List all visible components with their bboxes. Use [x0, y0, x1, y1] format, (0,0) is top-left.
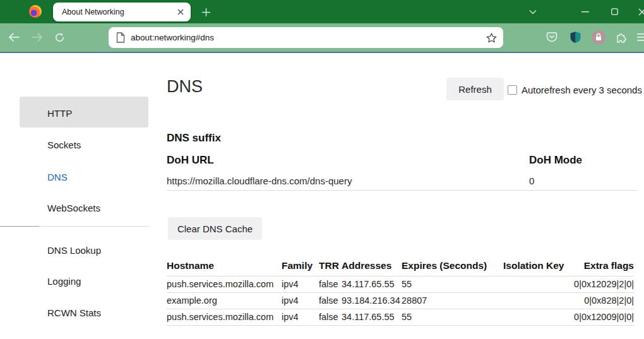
bookmark-star-icon[interactable]: [486, 33, 497, 43]
sidebar-item-http[interactable]: HTTP: [47, 108, 72, 119]
navigation-toolbar: about:networking#dns: [0, 23, 644, 53]
doh-mode-label: DoH Mode: [529, 154, 582, 167]
table-row: push.services.mozilla.com ipv4 false 34.…: [167, 276, 634, 292]
cell-expires: 55: [402, 309, 503, 325]
url-bar[interactable]: about:networking#dns: [109, 27, 503, 48]
doh-url-label: DoH URL: [167, 154, 214, 167]
sidebar-item-sockets[interactable]: Sockets: [47, 140, 81, 151]
cell-family: ipv4: [282, 276, 319, 292]
tab-close-icon[interactable]: [174, 6, 187, 18]
sidebar-item-dns[interactable]: DNS: [47, 172, 68, 183]
autorefresh-checkbox[interactable]: [508, 85, 517, 95]
cell-expires: 28807: [402, 292, 503, 309]
pocket-icon[interactable]: [543, 28, 561, 46]
cell-hostname: example.org: [167, 292, 282, 309]
cell-hostname: push.services.mozilla.com: [167, 309, 282, 325]
tab-bar: About Networking: [0, 0, 644, 23]
list-all-tabs-chevron-icon[interactable]: [525, 4, 540, 20]
doh-row-divider: [167, 190, 638, 191]
cell-isolation: [503, 276, 574, 292]
sidebar-divider: [0, 226, 149, 227]
doh-url-value: https://mozilla.cloudflare-dns.com/dns-q…: [167, 175, 352, 186]
cell-trr: false: [319, 292, 342, 309]
sidebar-selection-highlight: [20, 97, 148, 128]
refresh-button[interactable]: Refresh: [446, 78, 504, 100]
dns-suffix-heading: DNS suffix: [167, 132, 221, 145]
cell-family: ipv4: [282, 309, 319, 325]
table-header-row: Hostname Family TRR Addresses Expires (S…: [167, 256, 634, 276]
doh-mode-value: 0: [529, 175, 534, 186]
cell-addresses: 34.117.65.55: [342, 276, 402, 292]
firefox-logo-icon[interactable]: [29, 5, 42, 18]
cell-trr: false: [319, 309, 342, 325]
tab-title: About Networking: [62, 8, 174, 16]
lock-badge-icon[interactable]: [590, 28, 607, 46]
col-family: Family: [282, 256, 319, 276]
new-tab-button[interactable]: [198, 4, 213, 20]
cell-family: ipv4: [282, 292, 319, 309]
cell-extra-flags: 0|0x12009|0|0|: [574, 309, 634, 325]
col-extra-flags: Extra flags: [574, 256, 634, 276]
table-row: example.org ipv4 false 93.184.216.34 288…: [167, 292, 634, 309]
window-close-button[interactable]: [628, 0, 644, 23]
shield-extension-icon[interactable]: [566, 28, 584, 46]
cell-extra-flags: 0|0x12029|2|0|: [574, 276, 634, 292]
col-addresses: Addresses: [342, 256, 402, 276]
autorefresh-label[interactable]: Autorefresh every 3 seconds: [522, 85, 642, 95]
cell-addresses: 93.184.216.34: [342, 292, 402, 309]
col-expires: Expires (Seconds): [402, 256, 503, 276]
tab-about-networking[interactable]: About Networking: [53, 3, 191, 21]
col-hostname: Hostname: [167, 256, 282, 276]
page-document-icon: [116, 32, 125, 43]
cell-extra-flags: 0|0x828|2|0|: [574, 292, 634, 309]
clear-dns-cache-button[interactable]: Clear DNS Cache: [168, 217, 262, 240]
cell-addresses: 34.117.65.55: [342, 309, 402, 325]
about-networking-page: HTTP Sockets DNS WebSockets DNS Lookup L…: [0, 54, 644, 339]
reload-button[interactable]: [50, 28, 69, 47]
forward-button[interactable]: [28, 28, 47, 47]
table-row: push.services.mozilla.com ipv4 false 34.…: [167, 309, 634, 325]
dns-cache-table: Hostname Family TRR Addresses Expires (S…: [167, 256, 634, 326]
url-text[interactable]: about:networking#dns: [131, 33, 480, 42]
hamburger-menu-icon[interactable]: [633, 28, 644, 46]
col-isolation-key: Isolation Key: [503, 256, 574, 276]
extensions-puzzle-icon[interactable]: [612, 28, 630, 46]
sidebar-item-logging[interactable]: Logging: [47, 276, 81, 287]
sidebar-item-dns-lookup[interactable]: DNS Lookup: [47, 245, 101, 256]
cell-trr: false: [319, 276, 342, 292]
col-trr: TRR: [319, 256, 342, 276]
sidebar-item-rcwn-stats[interactable]: RCWN Stats: [47, 307, 101, 319]
cell-isolation: [503, 309, 574, 325]
cell-hostname: push.services.mozilla.com: [167, 276, 282, 292]
sidebar-item-websockets[interactable]: WebSockets: [47, 203, 100, 214]
window-maximize-button[interactable]: [600, 0, 629, 23]
cell-expires: 55: [402, 276, 503, 292]
window-minimize-button[interactable]: [571, 0, 600, 23]
back-button[interactable]: [4, 28, 23, 47]
cell-isolation: [503, 292, 574, 309]
page-title: DNS: [167, 77, 203, 97]
